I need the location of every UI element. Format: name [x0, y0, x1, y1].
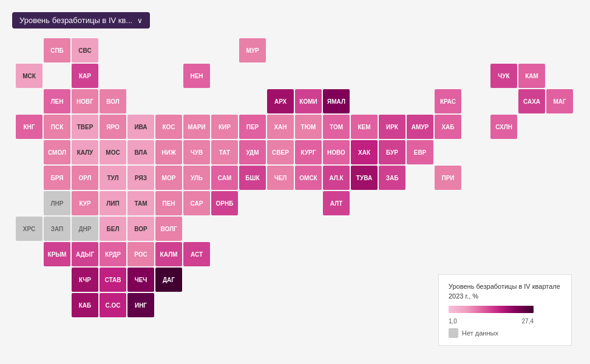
- legend-labels: 1,0 27,4: [449, 318, 534, 325]
- cell-kem[interactable]: КЕМ: [351, 115, 378, 139]
- cell-iva[interactable]: ИВА: [127, 115, 154, 139]
- cell-chuk[interactable]: ЧУК: [490, 64, 517, 88]
- cell-vor[interactable]: ВОР: [127, 217, 154, 241]
- cell-msk[interactable]: МСК: [16, 64, 42, 88]
- map-row-1: СПБ СВС МУР: [16, 38, 574, 62]
- page-container: Уровень безработицы в IV кв... ∨ СПБ СВС…: [0, 0, 590, 364]
- cell-alt[interactable]: АЛТ: [323, 191, 350, 215]
- cell-ornb[interactable]: ОРНБ: [211, 191, 238, 215]
- cell-ryaz[interactable]: РЯЗ: [127, 166, 154, 190]
- cell-dnr[interactable]: ДНР: [72, 217, 98, 241]
- legend-nodata-box: [449, 328, 458, 338]
- legend-nodata: Нет данных: [449, 328, 561, 338]
- cell-orl[interactable]: ОРЛ: [72, 166, 98, 190]
- cell-spb[interactable]: СПБ: [44, 38, 70, 62]
- cell-bur[interactable]: БУР: [379, 140, 405, 164]
- cell-nizh[interactable]: НИЖ: [155, 140, 182, 164]
- cell-zap[interactable]: ЗАП: [44, 217, 70, 241]
- cell-lnr[interactable]: ЛНР: [44, 191, 70, 215]
- cell-zab[interactable]: ЗАБ: [379, 166, 405, 190]
- cell-shln[interactable]: СХЛН: [490, 115, 517, 139]
- map-row-7: ЛНР КУР ЛИП ТАМ ПЕН САР ОРНБ АЛТ: [16, 191, 574, 215]
- cell-kurg[interactable]: КУРГ: [295, 140, 322, 164]
- cell-yamal[interactable]: ЯМАЛ: [323, 89, 350, 113]
- cell-han[interactable]: ХАН: [267, 115, 294, 139]
- cell-saha[interactable]: САХА: [518, 89, 545, 113]
- map-row-5: СМОЛ КАЛУ МОС ВЛА НИЖ ЧУВ ТАТ УДМ СВЕР К…: [16, 140, 574, 164]
- cell-kir[interactable]: КИР: [211, 115, 238, 139]
- cell-kam[interactable]: КАМ: [518, 64, 545, 88]
- cell-novo[interactable]: НОВО: [323, 140, 350, 164]
- cell-kalu[interactable]: КАЛУ: [72, 140, 98, 164]
- cell-chuv[interactable]: ЧУВ: [183, 140, 210, 164]
- cell-hrs[interactable]: ХРС: [16, 217, 42, 241]
- cell-dag[interactable]: ДАГ: [155, 268, 182, 292]
- cell-vol[interactable]: ВОЛ: [100, 89, 126, 113]
- cell-stav[interactable]: СТАВ: [100, 268, 126, 292]
- cell-tyum[interactable]: ТЮМ: [295, 115, 322, 139]
- cell-len[interactable]: ЛЕН: [44, 89, 70, 113]
- cell-mur[interactable]: МУР: [239, 38, 266, 62]
- cell-arh[interactable]: АРХ: [267, 89, 294, 113]
- cell-tom[interactable]: ТОМ: [323, 115, 350, 139]
- cell-volg[interactable]: ВОЛГ: [155, 217, 182, 241]
- cell-alk[interactable]: АЛ.К: [323, 166, 350, 190]
- cell-kur[interactable]: КУР: [72, 191, 98, 215]
- cell-kng[interactable]: КНГ: [16, 115, 42, 139]
- cell-sam[interactable]: САМ: [211, 166, 238, 190]
- cell-smol[interactable]: СМОЛ: [44, 140, 70, 164]
- cell-tam[interactable]: ТАМ: [127, 191, 154, 215]
- cell-kos[interactable]: КОС: [155, 115, 182, 139]
- cell-pri[interactable]: ПРИ: [435, 166, 461, 190]
- cell-amur[interactable]: АМУР: [407, 115, 433, 139]
- cell-lip[interactable]: ЛИП: [100, 191, 126, 215]
- cell-chel[interactable]: ЧЕЛ: [267, 166, 294, 190]
- legend-nodata-label: Нет данных: [462, 329, 498, 337]
- cell-per[interactable]: ПЕР: [239, 115, 266, 139]
- cell-vla[interactable]: ВЛА: [127, 140, 154, 164]
- cell-svs[interactable]: СВС: [72, 38, 98, 62]
- cell-udm[interactable]: УДМ: [239, 140, 266, 164]
- cell-tul[interactable]: ТУЛ: [100, 166, 126, 190]
- cell-kras[interactable]: КРАС: [435, 89, 461, 113]
- cell-tat[interactable]: ТАТ: [211, 140, 238, 164]
- cell-kab[interactable]: КАБ: [72, 293, 98, 317]
- cell-pen[interactable]: ПЕН: [155, 191, 182, 215]
- cell-krym[interactable]: КРЫМ: [44, 242, 70, 266]
- cell-brya[interactable]: БРЯ: [44, 166, 70, 190]
- cell-kalm[interactable]: КАЛМ: [155, 242, 182, 266]
- cell-novg[interactable]: НОВГ: [72, 89, 98, 113]
- map-row-2: МСК КАР НЕН ЧУК КАМ: [16, 64, 574, 88]
- legend-max: 27,4: [522, 318, 534, 325]
- cell-hab[interactable]: ХАБ: [435, 115, 461, 139]
- cell-tuva[interactable]: ТУВА: [351, 166, 378, 190]
- cell-omsk[interactable]: ОМСК: [295, 166, 322, 190]
- cell-komi[interactable]: КОМИ: [295, 89, 322, 113]
- cell-psk[interactable]: ПСК: [44, 115, 70, 139]
- cell-kchr[interactable]: КЧР: [72, 268, 98, 292]
- cell-nen[interactable]: НЕН: [183, 64, 210, 88]
- cell-mari[interactable]: МАРИ: [183, 115, 210, 139]
- cell-evr[interactable]: ЕВР: [407, 140, 433, 164]
- cell-ast[interactable]: АСТ: [183, 242, 210, 266]
- cell-sos[interactable]: С.ОС: [100, 293, 126, 317]
- cell-kar[interactable]: КАР: [72, 64, 98, 88]
- cell-ing[interactable]: ИНГ: [127, 293, 154, 317]
- dropdown-selector[interactable]: Уровень безработицы в IV кв... ∨: [12, 12, 150, 29]
- cell-mos[interactable]: МОС: [100, 140, 126, 164]
- cell-irk[interactable]: ИРК: [379, 115, 405, 139]
- cell-mag[interactable]: МАГ: [546, 89, 573, 113]
- cell-ul[interactable]: УЛЬ: [183, 166, 210, 190]
- cell-adyg[interactable]: АДЫГ: [72, 242, 98, 266]
- cell-bshk[interactable]: БШК: [239, 166, 266, 190]
- cell-ros[interactable]: РОС: [127, 242, 154, 266]
- cell-sver[interactable]: СВЕР: [267, 140, 294, 164]
- cell-mor[interactable]: МОР: [155, 166, 182, 190]
- cell-chech[interactable]: ЧЕЧ: [127, 268, 154, 292]
- cell-yaro[interactable]: ЯРО: [100, 115, 126, 139]
- cell-tver[interactable]: ТВЕР: [72, 115, 98, 139]
- cell-bel[interactable]: БЕЛ: [100, 217, 126, 241]
- cell-hak[interactable]: ХАК: [351, 140, 378, 164]
- cell-sar[interactable]: САР: [183, 191, 210, 215]
- cell-krdr[interactable]: КРДР: [100, 242, 126, 266]
